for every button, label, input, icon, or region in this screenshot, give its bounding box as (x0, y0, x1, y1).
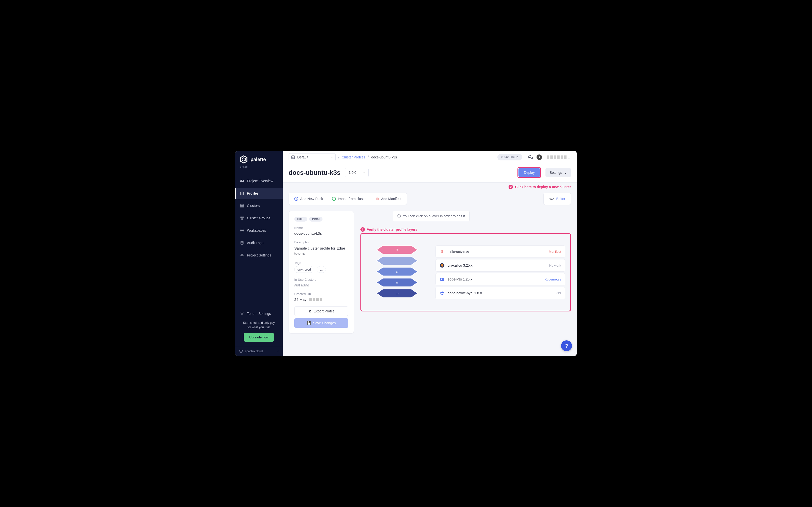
version-select[interactable]: 1.0.0 ⌄ (345, 168, 368, 177)
breadcrumb-sep: / (368, 155, 369, 159)
nav-label: Tenant Settings (247, 312, 271, 316)
settings-icon (240, 253, 244, 257)
profiles-icon (240, 191, 244, 195)
name-label: Name (294, 226, 348, 230)
layer-name: edge-native-byoi 1.0.0 (448, 291, 553, 295)
tag-chip[interactable]: env: prod (294, 266, 314, 273)
nav-cluster-groups[interactable]: Cluster Groups (235, 213, 283, 224)
stack-layer-k8s[interactable]: ⎈ (370, 277, 424, 288)
profile-badges: FULL PROJ (294, 217, 348, 222)
info-icon: ⓘ (397, 214, 401, 218)
tag-more[interactable]: ... (317, 266, 326, 273)
svg-rect-23 (441, 279, 442, 280)
brand-logo: palette (235, 155, 283, 164)
sidebar-footer[interactable]: spectro cloud ‹ (235, 346, 283, 356)
inuse-value: Not used (294, 283, 348, 287)
name-value: docs-ubuntu-k3s (294, 231, 348, 235)
nav-clusters[interactable]: Clusters (235, 200, 283, 211)
breadcrumb-row: Default ⌄ / Cluster Profiles / docs-ubun… (283, 151, 577, 164)
breadcrumb-current: docs-ubuntu-k3s (371, 155, 397, 159)
star-badge[interactable]: ★ (537, 155, 542, 160)
audit-logs-icon (240, 241, 244, 245)
layer-item-network[interactable]: cni-calico 3.25.xNetwork (436, 259, 565, 272)
profile-toolbar: +Add New Pack ↓Import from cluster 🗎Add … (289, 192, 571, 205)
save-changes-button[interactable]: 💾Save Changes (294, 318, 348, 328)
top-icons: ★ ⌄ (528, 155, 571, 160)
scope-icon (291, 156, 295, 159)
svg-rect-11 (241, 241, 243, 244)
manifest-label: Add Manifest (381, 197, 402, 201)
tags-label: Tags (294, 261, 348, 265)
svg-rect-22 (440, 278, 444, 281)
add-manifest[interactable]: 🗎Add Manifest (376, 197, 402, 201)
promo-text: Start small and only pay for what you us… (235, 321, 283, 330)
editor-label: Editor (556, 197, 565, 201)
layer-type: Network (549, 264, 561, 267)
scope-select[interactable]: Default ⌄ (289, 153, 336, 161)
layer-type: Kubernetes (545, 278, 561, 281)
sidebar-lower: Tenant Settings Start small and only pay… (235, 307, 283, 356)
nav-profiles[interactable]: Profiles (235, 188, 283, 199)
layer-item-kubernetes[interactable]: edge-k3s 1.25.xKubernetes (436, 273, 565, 285)
import-label: Import from cluster (338, 197, 367, 201)
stack-layer-network[interactable]: ⊕ (370, 266, 424, 278)
tools-icon (240, 312, 244, 316)
cluster-groups-icon (240, 216, 244, 220)
content: +Add New Pack ↓Import from cluster 🗎Add … (283, 191, 577, 356)
desc-label: Description (294, 240, 348, 244)
manifest-icon: 🗎 (440, 249, 445, 254)
layer-item-os[interactable]: edge-native-byoi 1.0.0OS (436, 287, 565, 299)
stack-layer-manifest[interactable]: 🗎 (370, 244, 424, 256)
overview-icon (240, 179, 244, 183)
desc-value: Sample cluster profile for Edge tutorial… (294, 245, 348, 256)
svg-point-8 (242, 219, 243, 220)
breadcrumb-link[interactable]: Cluster Profiles (342, 155, 365, 159)
upgrade-button[interactable]: Upgrade now (244, 333, 274, 342)
annotation-text-2: Click here to deploy a new cluster (515, 185, 571, 189)
created-date: 24 May (294, 297, 306, 301)
clusters-icon (240, 204, 244, 208)
created-value: 24 May (294, 297, 348, 301)
add-pack-label: Add New Pack (300, 197, 323, 201)
import-from-cluster[interactable]: ↓Import from cluster (332, 197, 367, 201)
manifest-icon: 🗎 (376, 197, 379, 201)
footer-brand: spectro cloud (245, 349, 263, 353)
redacted-time (308, 297, 322, 301)
stack-layer-os[interactable]: ▭ (370, 287, 424, 299)
spectro-icon (239, 349, 243, 353)
add-new-pack[interactable]: +Add New Pack (294, 197, 323, 201)
layer-type: Manifest (549, 250, 561, 253)
export-profile-button[interactable]: 🗎Export Profile (294, 306, 348, 316)
layer-item-manifest[interactable]: 🗎hello-universeManifest (436, 245, 565, 258)
workspaces-icon (240, 228, 244, 232)
collapse-sidebar-icon[interactable]: ‹ (278, 349, 279, 353)
calico-icon (440, 263, 445, 268)
help-fab[interactable]: ? (561, 340, 572, 351)
layer-list: 🗎hello-universeManifest cni-calico 3.25.… (436, 245, 565, 299)
info-card: FULL PROJ Name docs-ubuntu-k3s Descripti… (289, 211, 354, 333)
version-value: 1.0.0 (349, 171, 356, 174)
chat-icon[interactable] (528, 155, 533, 160)
network-layer-icon: ⊕ (396, 270, 399, 274)
nav-workspaces[interactable]: Workspaces (235, 225, 283, 236)
editor-button[interactable]: </> Editor (544, 192, 571, 205)
plus-circle-icon: + (294, 197, 298, 201)
user-menu[interactable]: ⌄ (547, 156, 571, 159)
svg-point-2 (241, 194, 244, 195)
svg-rect-4 (240, 206, 244, 206)
settings-button[interactable]: Settings⌄ (546, 168, 571, 177)
nav-project-settings[interactable]: Project Settings (235, 250, 283, 261)
deploy-button[interactable]: Deploy (518, 168, 540, 177)
nav-audit-logs[interactable]: Audit Logs (235, 237, 283, 248)
layers-column: ⓘ You can click on a layer in order to e… (360, 211, 571, 312)
nav-project-overview[interactable]: Project Overview (235, 175, 283, 186)
svg-rect-3 (240, 204, 244, 205)
save-icon: 💾 (307, 321, 311, 325)
annotation-badge-2: 2 (509, 185, 513, 189)
scope-label: Default (297, 155, 308, 159)
nav-tenant-settings[interactable]: Tenant Settings (235, 308, 283, 319)
layer-stack: 🗎 ⊕ ⎈ ▭ (366, 244, 428, 301)
badge-proj: PROJ (309, 217, 322, 222)
stack-layer-extra[interactable] (370, 255, 424, 267)
svg-point-10 (242, 230, 243, 231)
